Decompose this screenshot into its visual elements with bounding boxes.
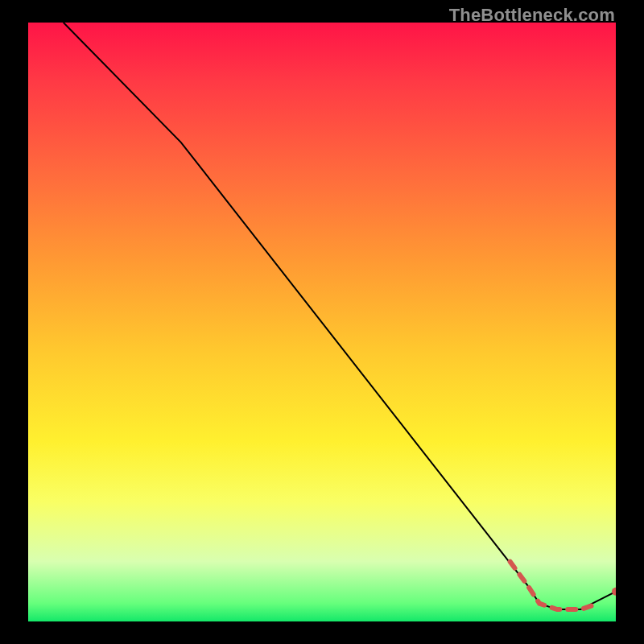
- chart-frame: TheBottleneck.com: [0, 0, 644, 644]
- main-line: [64, 23, 616, 609]
- plot-area: [28, 23, 616, 621]
- chart-svg: [28, 23, 616, 621]
- dashed-highlight: [510, 562, 599, 610]
- end-marker: [612, 588, 616, 596]
